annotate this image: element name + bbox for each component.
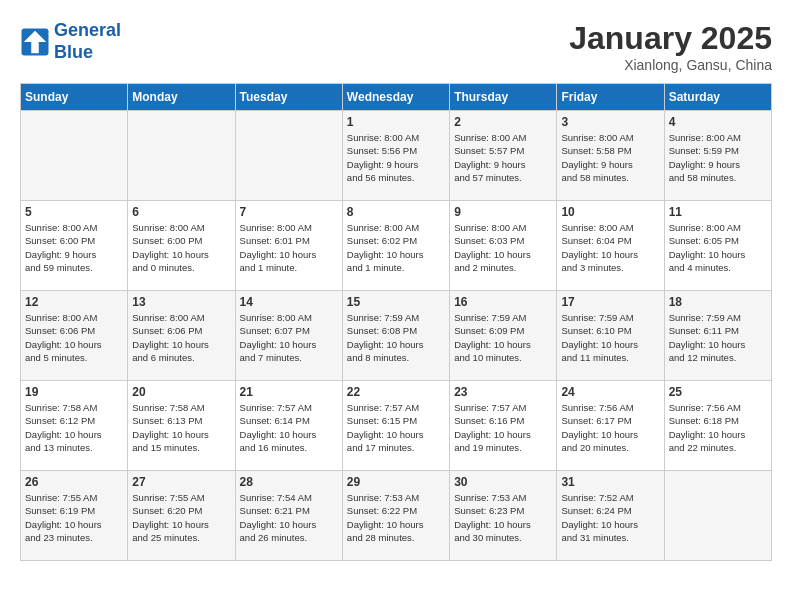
day-info: Sunrise: 8:00 AM Sunset: 6:04 PM Dayligh…: [561, 221, 659, 274]
calendar-cell: [664, 471, 771, 561]
calendar-cell: 16Sunrise: 7:59 AM Sunset: 6:09 PM Dayli…: [450, 291, 557, 381]
day-number: 20: [132, 385, 230, 399]
day-info: Sunrise: 7:53 AM Sunset: 6:23 PM Dayligh…: [454, 491, 552, 544]
calendar-cell: 14Sunrise: 8:00 AM Sunset: 6:07 PM Dayli…: [235, 291, 342, 381]
calendar-cell: 29Sunrise: 7:53 AM Sunset: 6:22 PM Dayli…: [342, 471, 449, 561]
day-number: 19: [25, 385, 123, 399]
day-info: Sunrise: 7:55 AM Sunset: 6:20 PM Dayligh…: [132, 491, 230, 544]
calendar-cell: [21, 111, 128, 201]
day-info: Sunrise: 8:00 AM Sunset: 6:05 PM Dayligh…: [669, 221, 767, 274]
calendar-cell: 26Sunrise: 7:55 AM Sunset: 6:19 PM Dayli…: [21, 471, 128, 561]
day-number: 27: [132, 475, 230, 489]
day-number: 5: [25, 205, 123, 219]
location: Xianlong, Gansu, China: [569, 57, 772, 73]
day-info: Sunrise: 8:00 AM Sunset: 6:01 PM Dayligh…: [240, 221, 338, 274]
calendar-cell: 31Sunrise: 7:52 AM Sunset: 6:24 PM Dayli…: [557, 471, 664, 561]
day-info: Sunrise: 7:58 AM Sunset: 6:13 PM Dayligh…: [132, 401, 230, 454]
calendar-cell: 4Sunrise: 8:00 AM Sunset: 5:59 PM Daylig…: [664, 111, 771, 201]
day-info: Sunrise: 7:57 AM Sunset: 6:15 PM Dayligh…: [347, 401, 445, 454]
day-info: Sunrise: 8:00 AM Sunset: 6:02 PM Dayligh…: [347, 221, 445, 274]
weekday-header-row: SundayMondayTuesdayWednesdayThursdayFrid…: [21, 84, 772, 111]
calendar-cell: 5Sunrise: 8:00 AM Sunset: 6:00 PM Daylig…: [21, 201, 128, 291]
day-info: Sunrise: 7:57 AM Sunset: 6:14 PM Dayligh…: [240, 401, 338, 454]
day-number: 23: [454, 385, 552, 399]
day-number: 7: [240, 205, 338, 219]
calendar-cell: 28Sunrise: 7:54 AM Sunset: 6:21 PM Dayli…: [235, 471, 342, 561]
day-info: Sunrise: 7:56 AM Sunset: 6:18 PM Dayligh…: [669, 401, 767, 454]
logo-line1: General: [54, 20, 121, 40]
calendar-week-row: 1Sunrise: 8:00 AM Sunset: 5:56 PM Daylig…: [21, 111, 772, 201]
month-title: January 2025: [569, 20, 772, 57]
day-number: 13: [132, 295, 230, 309]
weekday-header-sunday: Sunday: [21, 84, 128, 111]
day-number: 25: [669, 385, 767, 399]
calendar-table: SundayMondayTuesdayWednesdayThursdayFrid…: [20, 83, 772, 561]
day-info: Sunrise: 8:00 AM Sunset: 5:58 PM Dayligh…: [561, 131, 659, 184]
day-number: 12: [25, 295, 123, 309]
calendar-week-row: 5Sunrise: 8:00 AM Sunset: 6:00 PM Daylig…: [21, 201, 772, 291]
day-number: 21: [240, 385, 338, 399]
page-header: General Blue January 2025 Xianlong, Gans…: [20, 20, 772, 73]
weekday-header-friday: Friday: [557, 84, 664, 111]
day-number: 28: [240, 475, 338, 489]
weekday-header-saturday: Saturday: [664, 84, 771, 111]
calendar-cell: 2Sunrise: 8:00 AM Sunset: 5:57 PM Daylig…: [450, 111, 557, 201]
calendar-cell: 30Sunrise: 7:53 AM Sunset: 6:23 PM Dayli…: [450, 471, 557, 561]
day-number: 29: [347, 475, 445, 489]
day-number: 4: [669, 115, 767, 129]
calendar-cell: 6Sunrise: 8:00 AM Sunset: 6:00 PM Daylig…: [128, 201, 235, 291]
calendar-cell: 11Sunrise: 8:00 AM Sunset: 6:05 PM Dayli…: [664, 201, 771, 291]
calendar-cell: 15Sunrise: 7:59 AM Sunset: 6:08 PM Dayli…: [342, 291, 449, 381]
day-info: Sunrise: 8:00 AM Sunset: 6:07 PM Dayligh…: [240, 311, 338, 364]
day-number: 18: [669, 295, 767, 309]
weekday-header-thursday: Thursday: [450, 84, 557, 111]
day-number: 1: [347, 115, 445, 129]
logo-icon: [20, 27, 50, 57]
logo-line2: Blue: [54, 42, 93, 62]
day-info: Sunrise: 7:55 AM Sunset: 6:19 PM Dayligh…: [25, 491, 123, 544]
day-info: Sunrise: 8:00 AM Sunset: 6:03 PM Dayligh…: [454, 221, 552, 274]
calendar-cell: 24Sunrise: 7:56 AM Sunset: 6:17 PM Dayli…: [557, 381, 664, 471]
title-block: January 2025 Xianlong, Gansu, China: [569, 20, 772, 73]
calendar-cell: 9Sunrise: 8:00 AM Sunset: 6:03 PM Daylig…: [450, 201, 557, 291]
calendar-week-row: 12Sunrise: 8:00 AM Sunset: 6:06 PM Dayli…: [21, 291, 772, 381]
day-number: 16: [454, 295, 552, 309]
day-info: Sunrise: 8:00 AM Sunset: 6:00 PM Dayligh…: [132, 221, 230, 274]
calendar-cell: 22Sunrise: 7:57 AM Sunset: 6:15 PM Dayli…: [342, 381, 449, 471]
day-info: Sunrise: 8:00 AM Sunset: 5:59 PM Dayligh…: [669, 131, 767, 184]
calendar-week-row: 26Sunrise: 7:55 AM Sunset: 6:19 PM Dayli…: [21, 471, 772, 561]
logo-text: General Blue: [54, 20, 121, 63]
day-number: 3: [561, 115, 659, 129]
day-number: 17: [561, 295, 659, 309]
calendar-cell: 23Sunrise: 7:57 AM Sunset: 6:16 PM Dayli…: [450, 381, 557, 471]
day-number: 11: [669, 205, 767, 219]
calendar-cell: [128, 111, 235, 201]
day-number: 22: [347, 385, 445, 399]
day-info: Sunrise: 7:59 AM Sunset: 6:11 PM Dayligh…: [669, 311, 767, 364]
weekday-header-monday: Monday: [128, 84, 235, 111]
day-number: 26: [25, 475, 123, 489]
calendar-cell: 13Sunrise: 8:00 AM Sunset: 6:06 PM Dayli…: [128, 291, 235, 381]
day-info: Sunrise: 8:00 AM Sunset: 6:06 PM Dayligh…: [25, 311, 123, 364]
calendar-cell: [235, 111, 342, 201]
day-info: Sunrise: 7:59 AM Sunset: 6:10 PM Dayligh…: [561, 311, 659, 364]
day-info: Sunrise: 7:56 AM Sunset: 6:17 PM Dayligh…: [561, 401, 659, 454]
calendar-cell: 25Sunrise: 7:56 AM Sunset: 6:18 PM Dayli…: [664, 381, 771, 471]
day-info: Sunrise: 7:58 AM Sunset: 6:12 PM Dayligh…: [25, 401, 123, 454]
calendar-cell: 27Sunrise: 7:55 AM Sunset: 6:20 PM Dayli…: [128, 471, 235, 561]
day-info: Sunrise: 7:53 AM Sunset: 6:22 PM Dayligh…: [347, 491, 445, 544]
day-number: 15: [347, 295, 445, 309]
calendar-week-row: 19Sunrise: 7:58 AM Sunset: 6:12 PM Dayli…: [21, 381, 772, 471]
day-info: Sunrise: 8:00 AM Sunset: 5:57 PM Dayligh…: [454, 131, 552, 184]
day-info: Sunrise: 8:00 AM Sunset: 5:56 PM Dayligh…: [347, 131, 445, 184]
day-number: 14: [240, 295, 338, 309]
weekday-header-tuesday: Tuesday: [235, 84, 342, 111]
calendar-cell: 17Sunrise: 7:59 AM Sunset: 6:10 PM Dayli…: [557, 291, 664, 381]
calendar-cell: 20Sunrise: 7:58 AM Sunset: 6:13 PM Dayli…: [128, 381, 235, 471]
day-info: Sunrise: 7:59 AM Sunset: 6:09 PM Dayligh…: [454, 311, 552, 364]
day-number: 2: [454, 115, 552, 129]
day-info: Sunrise: 7:52 AM Sunset: 6:24 PM Dayligh…: [561, 491, 659, 544]
calendar-cell: 21Sunrise: 7:57 AM Sunset: 6:14 PM Dayli…: [235, 381, 342, 471]
calendar-cell: 10Sunrise: 8:00 AM Sunset: 6:04 PM Dayli…: [557, 201, 664, 291]
day-number: 10: [561, 205, 659, 219]
